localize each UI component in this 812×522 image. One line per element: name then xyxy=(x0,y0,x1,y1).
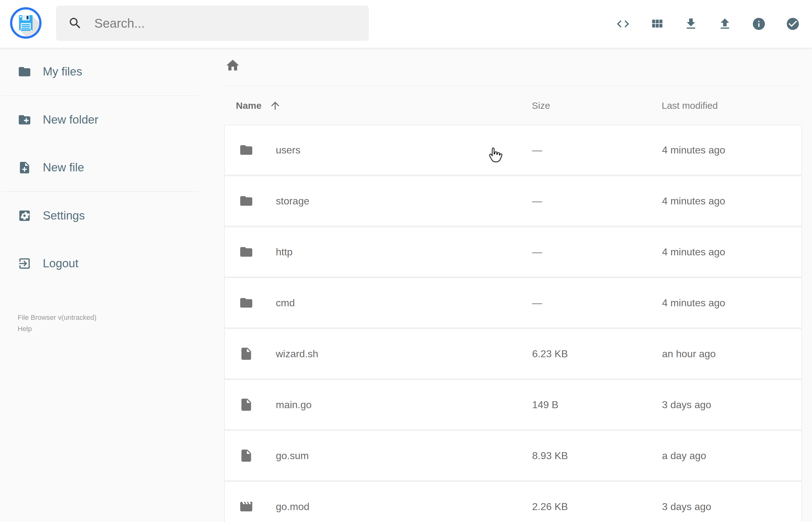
app-logo[interactable] xyxy=(10,7,41,39)
file-modified: a day ago xyxy=(662,450,801,462)
file-modified: 3 days ago xyxy=(662,399,801,411)
file-name: wizard.sh xyxy=(276,348,532,360)
file-row[interactable]: storage — 4 minutes ago xyxy=(224,176,802,226)
sort-asc-icon xyxy=(269,100,281,112)
logout-icon xyxy=(18,257,32,270)
breadcrumb-home-button[interactable] xyxy=(225,58,240,74)
file-size: — xyxy=(532,246,662,258)
info-button[interactable] xyxy=(752,17,766,31)
sidebar-footer: File Browser v(untracked) Help xyxy=(18,312,200,335)
file-icon xyxy=(239,398,253,412)
folder-icon xyxy=(18,65,32,79)
code-view-button[interactable] xyxy=(616,17,630,31)
code-icon xyxy=(616,17,630,31)
sidebar-item-label: Settings xyxy=(43,209,85,222)
floppy-disk-icon xyxy=(12,9,39,37)
file-icon xyxy=(239,346,253,361)
search-input[interactable] xyxy=(94,16,369,31)
upload-icon xyxy=(718,17,732,31)
sidebar-item-label: New folder xyxy=(43,113,98,126)
check-circle-icon xyxy=(786,17,800,31)
search-icon xyxy=(68,16,82,31)
file-modified: 3 days ago xyxy=(662,501,801,513)
file-icon xyxy=(239,448,253,463)
sidebar: My files New folder New file Settings Lo… xyxy=(0,48,200,335)
file-name: storage xyxy=(276,195,532,207)
column-label: Name xyxy=(236,100,262,111)
file-name: go.sum xyxy=(276,450,532,462)
file-rows: users — 4 minutes ago storage — 4 minute… xyxy=(224,125,802,522)
file-size: — xyxy=(532,195,662,207)
file-modified: 4 minutes ago xyxy=(662,246,801,258)
file-modified: 4 minutes ago xyxy=(662,195,801,207)
folder-icon xyxy=(239,194,253,208)
toolbar-actions xyxy=(616,0,800,48)
column-header-last-modified[interactable]: Last modified xyxy=(662,100,802,111)
folder-icon xyxy=(239,143,253,157)
file-name: go.mod xyxy=(276,501,532,513)
file-row[interactable]: http — 4 minutes ago xyxy=(224,227,802,277)
file-modified: 4 minutes ago xyxy=(662,144,801,156)
file-size: — xyxy=(532,144,662,156)
sidebar-item-label: Logout xyxy=(43,257,78,270)
sidebar-item-label: My files xyxy=(43,65,82,78)
file-name: main.go xyxy=(276,399,532,411)
sidebar-item-settings[interactable]: Settings xyxy=(0,192,200,240)
folder-icon xyxy=(239,245,253,259)
sidebar-item-new-folder[interactable]: New folder xyxy=(0,96,200,144)
download-button[interactable] xyxy=(684,17,698,31)
select-multiple-button[interactable] xyxy=(786,17,800,31)
column-header-size[interactable]: Size xyxy=(532,100,662,111)
file-row[interactable]: cmd — 4 minutes ago xyxy=(224,278,802,328)
app-version-text: File Browser v(untracked) xyxy=(18,312,200,323)
home-icon xyxy=(225,58,240,73)
switch-view-button[interactable] xyxy=(650,17,664,31)
new-folder-icon xyxy=(18,113,32,127)
file-size: 6.23 KB xyxy=(532,348,662,360)
file-row[interactable]: main.go 149 B 3 days ago xyxy=(224,380,802,430)
file-size: — xyxy=(532,297,662,309)
top-bar xyxy=(0,0,812,48)
download-icon xyxy=(684,17,698,31)
new-file-icon xyxy=(18,161,32,175)
help-link[interactable]: Help xyxy=(18,323,32,335)
file-modified: an hour ago xyxy=(662,348,801,360)
movie-icon xyxy=(239,499,253,514)
sidebar-item-logout[interactable]: Logout xyxy=(0,240,200,287)
file-row[interactable]: go.mod 2.26 KB 3 days ago xyxy=(224,481,802,522)
settings-icon xyxy=(18,209,32,223)
column-header-name[interactable]: Name xyxy=(224,100,532,112)
folder-icon xyxy=(239,296,253,310)
file-size: 2.26 KB xyxy=(532,501,662,513)
file-modified: 4 minutes ago xyxy=(662,297,801,309)
file-name: users xyxy=(276,144,532,156)
grid-view-icon xyxy=(650,17,664,31)
sidebar-item-label: New file xyxy=(43,161,84,174)
file-name: http xyxy=(276,246,532,258)
file-size: 149 B xyxy=(532,399,662,411)
file-name: cmd xyxy=(276,297,532,309)
file-row[interactable]: users — 4 minutes ago xyxy=(224,125,802,175)
file-row[interactable]: go.sum 8.93 KB a day ago xyxy=(224,430,802,481)
info-icon xyxy=(752,17,766,31)
sidebar-item-new-file[interactable]: New file xyxy=(0,144,200,192)
upload-button[interactable] xyxy=(718,17,732,31)
search-bar[interactable] xyxy=(56,6,369,41)
listing-header: Name Size Last modified xyxy=(224,86,802,125)
file-row[interactable]: wizard.sh 6.23 KB an hour ago xyxy=(224,328,802,379)
sidebar-item-my-files[interactable]: My files xyxy=(0,48,200,96)
file-size: 8.93 KB xyxy=(532,450,662,462)
